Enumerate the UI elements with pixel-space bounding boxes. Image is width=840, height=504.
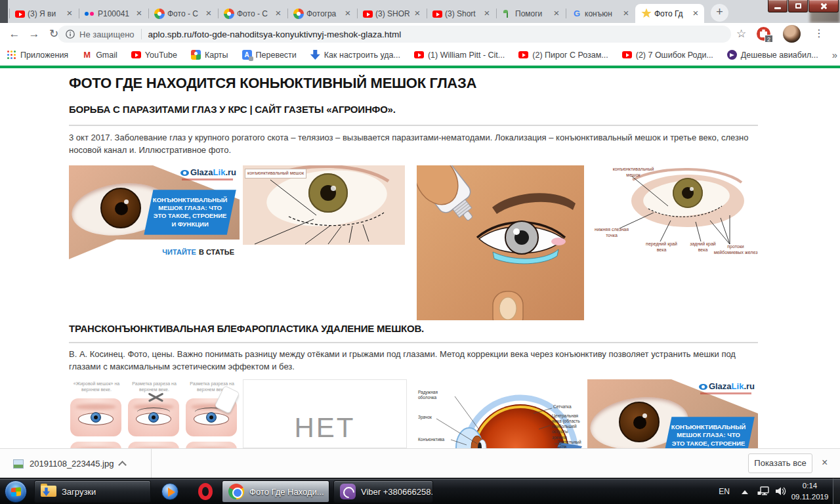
- taskbar-clock[interactable]: 0:14 09.11.2019: [789, 480, 831, 502]
- minimize-button[interactable]: [768, 0, 788, 12]
- show-desktop-button[interactable]: [833, 478, 840, 504]
- browser-tab[interactable]: (3) Short ×: [427, 4, 495, 23]
- tab-label: конъюн: [585, 9, 618, 18]
- taskbar-label: Загрузки: [62, 487, 96, 497]
- tab-close-icon[interactable]: ×: [621, 9, 631, 19]
- browser-tab[interactable]: (3) Я ви ×: [9, 4, 78, 23]
- sprout-icon: [502, 9, 513, 19]
- bookmark-item[interactable]: Дешевые авиабил...: [727, 50, 818, 60]
- browser-tab[interactable]: Фотогра ×: [287, 4, 356, 23]
- bookmark-item[interactable]: (2) Пирог С Розам...: [518, 50, 608, 60]
- banner-caption: КОНЪЮНКТИВАЛЬНЫЙ МЕШОК ГЛАЗА: ЧТО ЭТО ТА…: [153, 196, 227, 228]
- security-label: Не защищено: [79, 30, 135, 39]
- browser-menu-icon[interactable]: ⋮: [814, 27, 824, 39]
- bookmark-label: Дешевые авиабил...: [741, 51, 818, 60]
- bookmark-youtube[interactable]: YouTube: [131, 50, 177, 60]
- tab-close-icon[interactable]: ×: [134, 9, 144, 19]
- bookmarks-bar: Приложения MGmail YouTube Карты AПеревес…: [0, 45, 840, 66]
- section-heading[interactable]: ТРАНСКОНЪЮНКТИВАЛЬНАЯ БЛЕФАРОПЛАСТИКА УД…: [69, 323, 424, 334]
- language-indicator[interactable]: EN: [719, 487, 730, 496]
- viber-icon: [340, 484, 356, 499]
- tab-close-icon[interactable]: ×: [203, 9, 214, 19]
- tab-close-icon[interactable]: ×: [690, 9, 701, 19]
- image-eye-anatomy-labels[interactable]: конъюнктивальный мешок нижняя слезная то…: [591, 165, 759, 256]
- browser-tab[interactable]: Помоги ×: [496, 4, 565, 23]
- tab-close-icon[interactable]: ×: [64, 9, 75, 19]
- page-title: ФОТО ГДЕ НАХОДИТСЯ КОНЬЮКТИВНЫЙ МЕШОК ГЛ…: [69, 75, 476, 92]
- clock-time: 0:14: [789, 480, 831, 492]
- bookmark-item[interactable]: Как настроить уда...: [310, 50, 400, 60]
- browser-tab[interactable]: P100041 ×: [79, 4, 148, 23]
- bookmark-gmail[interactable]: MGmail: [82, 50, 117, 60]
- media-player-icon[interactable]: [161, 483, 178, 500]
- image-surgery-steps[interactable]: «Жировой мешок» на верхнем веке. Разметк…: [69, 379, 240, 448]
- taskbar-downloads-window[interactable]: Загрузки: [34, 480, 151, 503]
- brand-text: .ru: [744, 381, 755, 391]
- image-placeholder-net[interactable]: НЕТ: [243, 379, 407, 448]
- brand-text: Lik: [213, 167, 226, 177]
- omnibox-divider: [141, 29, 142, 39]
- section-heading[interactable]: БОРЬБА С ПАРАЗИТАМИ ГЛАЗ У КРС | САЙТ ГА…: [69, 104, 396, 115]
- section-text: В. А. Косинец. Фото, цены. Важно понимат…: [69, 348, 757, 373]
- browser-tab[interactable]: G конъюн ×: [566, 4, 635, 23]
- tab-close-icon[interactable]: ×: [412, 9, 423, 19]
- start-button[interactable]: [5, 480, 27, 503]
- bookmark-item[interactable]: (1) William Pitt - Cit...: [414, 50, 505, 60]
- net-text: НЕТ: [243, 412, 406, 444]
- windows-flag-icon: [11, 487, 21, 496]
- browser-tab[interactable]: (3) SHOR ×: [357, 4, 426, 23]
- maximize-button[interactable]: [788, 0, 808, 12]
- eye-logo-icon: [699, 384, 707, 390]
- profile-avatar[interactable]: [783, 25, 801, 43]
- bookmark-maps[interactable]: Карты: [191, 50, 228, 60]
- new-tab-button[interactable]: +: [711, 4, 728, 22]
- tab-close-icon[interactable]: ×: [482, 9, 492, 19]
- bookmark-item[interactable]: (2) 7 Ошибок Роди...: [622, 50, 713, 60]
- download-bar-close-icon[interactable]: ×: [822, 457, 828, 469]
- tab-label: (3) Я ви: [28, 9, 62, 18]
- label-lacrimal-point: нижняя слезная точка: [592, 227, 631, 239]
- download-item[interactable]: 20191108_223445.jpg: [7, 453, 132, 474]
- back-button[interactable]: ←: [7, 26, 22, 42]
- tab-close-icon[interactable]: ×: [551, 9, 562, 19]
- bookmark-translate[interactable]: AПеревести: [242, 50, 297, 60]
- tab-label: Фотогра: [306, 9, 340, 18]
- network-icon[interactable]: [757, 486, 769, 496]
- image-eye-ointment-cartoon[interactable]: [417, 165, 584, 320]
- conjunctival-sac-label: конъюнктивальный мешок: [245, 169, 306, 178]
- section-text: 3 окт 2017. Заболевание глаз у крупного …: [69, 132, 757, 157]
- image-glazalik-banner[interactable]: GlazaLik.ru КОНЪЮНКТИВАЛЬНЫЙ МЕШОК ГЛАЗА…: [69, 165, 240, 259]
- banner-panel: КОНЪЮНКТИВАЛЬНЫЙ МЕШОК ГЛАЗА: ЧТО ЭТО ТА…: [662, 417, 754, 448]
- brand-text: Lik: [732, 381, 744, 391]
- taskbar-chrome-window[interactable]: Фото Где Находи...: [222, 480, 329, 503]
- bookmarks-overflow-icon[interactable]: »: [832, 49, 840, 60]
- image-eye-conjunctival-sac[interactable]: конъюнктивальный мешок: [243, 165, 405, 245]
- browser-tab-active[interactable]: Фото Гд ×: [635, 4, 704, 23]
- browser-tab[interactable]: Фото - С ×: [148, 4, 217, 23]
- info-icon[interactable]: [66, 30, 75, 39]
- taskbar-viber-window[interactable]: Viber +380666258...: [333, 480, 433, 503]
- speaker-icon[interactable]: [775, 486, 786, 496]
- extension-icon[interactable]: 2: [757, 27, 770, 41]
- tab-close-icon[interactable]: ×: [343, 9, 353, 19]
- bookmark-star-icon[interactable]: ☆: [736, 27, 746, 41]
- google-photos-icon: [224, 9, 234, 19]
- youtube-icon: [518, 51, 528, 58]
- chevron-up-icon[interactable]: [119, 461, 127, 469]
- clock-date: 09.11.2019: [789, 492, 831, 503]
- tab-close-icon[interactable]: ×: [273, 9, 284, 19]
- download-separator: [151, 449, 152, 478]
- show-all-downloads-button[interactable]: Показать все: [748, 453, 812, 473]
- forward-button[interactable]: →: [26, 26, 42, 42]
- hidden-icons-arrow[interactable]: [742, 490, 748, 494]
- browser-tab[interactable]: Фото - С ×: [218, 4, 287, 23]
- bookmark-apps[interactable]: Приложения: [7, 50, 68, 60]
- opera-icon[interactable]: [198, 483, 213, 500]
- label-optic-nerve: Зрительный нерв: [557, 440, 583, 448]
- gmail-icon: M: [82, 50, 92, 60]
- minimize-icon: [774, 7, 781, 9]
- image-glazalik-banner[interactable]: GlazaLik.ru КОНЪЮНКТИВАЛЬНЫЙ МЕШОК ГЛАЗА…: [587, 379, 758, 448]
- address-bar[interactable]: Не защищено aplo.spb.ru/foto-gde-nahodit…: [58, 26, 731, 43]
- image-eye-cross-section[interactable]: Радужная оболочка Зрачок Конъюнктива Сет…: [417, 379, 584, 448]
- close-button[interactable]: [808, 0, 839, 12]
